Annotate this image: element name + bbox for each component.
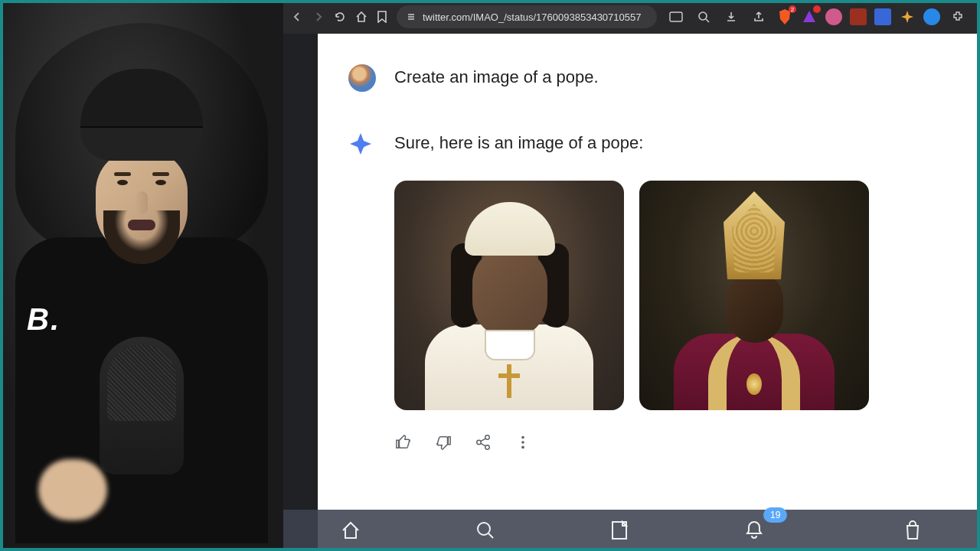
generated-image-1[interactable] — [394, 181, 624, 410]
generated-images-row — [394, 181, 934, 410]
extension-badge — [813, 5, 821, 13]
overlay-notification-badge: 19 — [763, 507, 787, 523]
user-avatar — [348, 64, 376, 92]
extensions-menu-icon[interactable] — [948, 7, 968, 27]
reader-mode-icon[interactable] — [666, 7, 686, 27]
user-prompt-text: Create an image of a pope. — [394, 64, 599, 87]
svg-point-5 — [521, 436, 524, 439]
ai-message: Sure, here is an image of a pope: — [348, 130, 934, 158]
microphone — [100, 337, 184, 474]
response-actions — [394, 433, 934, 452]
overlay-home-icon[interactable] — [337, 517, 364, 544]
svg-point-7 — [521, 446, 524, 449]
svg-point-3 — [477, 440, 482, 445]
search-icon[interactable] — [694, 7, 714, 27]
svg-point-1 — [699, 12, 707, 20]
overlay-bag-icon[interactable] — [899, 517, 926, 544]
browser-window: twitter.com/IMAO_/status/176009385343071… — [283, 0, 980, 551]
brave-badge: 2 — [789, 5, 796, 13]
svg-point-8 — [478, 523, 490, 535]
extension-sparkle-icon[interactable] — [899, 8, 916, 25]
url-text: twitter.com/IMAO_/status/176009385343071… — [423, 11, 641, 23]
address-bar[interactable]: twitter.com/IMAO_/status/176009385343071… — [397, 5, 657, 28]
site-settings-icon — [406, 11, 416, 22]
brave-shield-icon[interactable]: 2 — [776, 8, 793, 25]
ai-response-text: Sure, here is an image of a pope: — [394, 130, 643, 153]
home-button[interactable] — [355, 7, 368, 27]
forward-button[interactable] — [312, 7, 325, 27]
svg-point-4 — [485, 445, 490, 450]
page-content: Create an image of a pope. Sure, here is… — [318, 34, 980, 551]
media-icon[interactable] — [975, 7, 980, 27]
chair-brand-text: B. — [27, 302, 60, 337]
sparkle-icon — [350, 132, 374, 156]
download-icon[interactable] — [721, 7, 741, 27]
svg-point-2 — [485, 435, 490, 440]
extension-triangle-icon[interactable] — [801, 8, 818, 25]
bookmark-button[interactable] — [377, 7, 387, 27]
svg-point-6 — [521, 441, 524, 444]
share-button[interactable] — [474, 433, 492, 452]
ai-avatar — [348, 130, 376, 158]
bottom-overlay-bar: 19 — [283, 510, 980, 551]
user-message: Create an image of a pope. — [348, 64, 934, 92]
thumbs-down-button[interactable] — [434, 433, 452, 452]
extension-cube-icon[interactable] — [850, 8, 867, 25]
svg-rect-0 — [670, 12, 682, 21]
thumbs-up-button[interactable] — [394, 433, 413, 452]
overlay-search-icon[interactable] — [472, 517, 499, 544]
reload-button[interactable] — [334, 7, 346, 27]
generated-image-2[interactable] — [639, 181, 869, 410]
browser-toolbar: twitter.com/IMAO_/status/176009385343071… — [283, 0, 980, 34]
overlay-bell-icon[interactable] — [740, 517, 768, 544]
extension-blue-icon[interactable] — [874, 8, 891, 25]
webcam-panel: B. — [0, 0, 283, 551]
extension-circle-icon[interactable] — [923, 8, 940, 25]
back-button[interactable] — [291, 7, 303, 27]
more-options-button[interactable] — [514, 433, 532, 452]
extension-swirl-icon[interactable] — [825, 8, 842, 25]
share-icon[interactable] — [749, 7, 769, 27]
overlay-note-icon[interactable] — [606, 517, 633, 544]
